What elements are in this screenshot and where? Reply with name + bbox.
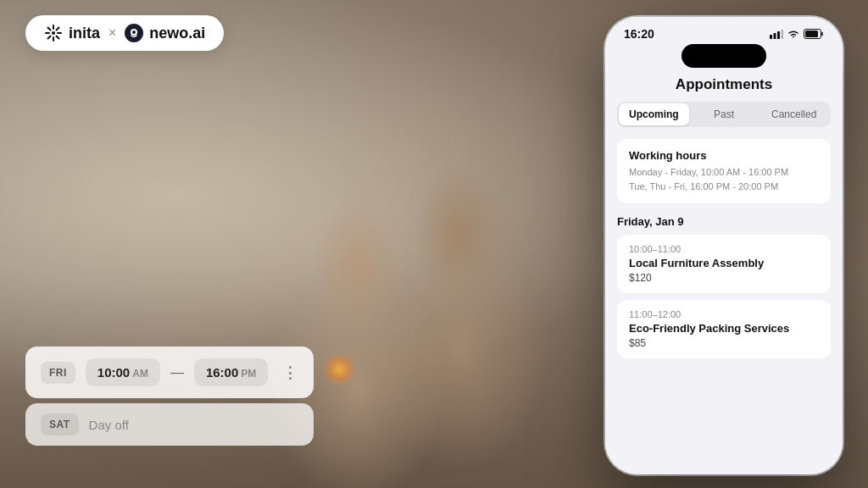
wifi-icon [787,30,799,39]
signal-icon [770,30,783,39]
brand2-label: newo.ai [149,25,205,42]
appointments-title: Appointments [605,73,843,102]
scheduler-row-fri: FRI 10:00AM — 16:00PM ⋮ [25,347,314,398]
phone-status-bar: 16:20 [605,17,843,44]
date-header-fri: Friday, Jan 9 [605,212,843,235]
svg-rect-11 [770,35,772,39]
working-hours-line1: Monday - Friday, 10:00 AM - 16:00 PM [629,165,819,180]
newo-icon [125,24,143,42]
time-separator: — [170,365,184,380]
svg-line-5 [48,28,51,30]
day-badge-sat: SAT [41,413,79,435]
svg-rect-13 [777,31,780,39]
candle-glow [322,352,356,386]
appt-time-1: 10:00–11:00 [629,244,819,254]
phone-status-icons [770,29,824,39]
tab-past[interactable]: Past [689,103,760,125]
svg-rect-14 [782,30,784,39]
logo-separator: × [108,25,116,41]
appointment-card-2[interactable]: 11:00–12:00 Eco-Friendly Packing Service… [617,300,831,358]
scheduler-row-sat: SAT Day off [25,403,314,446]
phone-time: 16:20 [624,27,654,41]
tab-upcoming[interactable]: Upcoming [619,103,689,125]
dynamic-island [682,44,766,68]
working-hours-line2: Tue, Thu - Fri, 16:00 PM - 20:00 PM [629,180,819,194]
appt-name-2: Eco-Friendly Packing Services [629,322,819,335]
svg-line-8 [48,36,51,39]
working-hours-card: Working hours Monday - Friday, 10:00 AM … [617,139,831,203]
scheduler-widget: FRI 10:00AM — 16:00PM ⋮ SAT Day off [25,347,314,446]
svg-line-7 [57,28,59,30]
svg-rect-16 [805,30,818,37]
phone-content: Appointments Upcoming Past Cancelled Wor… [605,73,843,474]
appt-price-1: $120 [629,272,819,284]
tab-cancelled[interactable]: Cancelled [759,103,829,125]
more-options-button[interactable]: ⋮ [282,363,298,382]
day-badge-fri: FRI [41,362,75,384]
brand1-label: inita [69,25,100,42]
appointment-card-1[interactable]: 10:00–11:00 Local Furniture Assembly $12… [617,235,831,293]
svg-point-0 [52,31,55,35]
appt-price-2: $85 [629,337,819,349]
phone-mockup: 16:20 Appointments U [605,17,843,474]
svg-point-10 [132,30,136,34]
appt-name-1: Local Furniture Assembly [629,257,819,269]
brand1-logo: inita [44,24,100,42]
end-time-badge: 16:00PM [194,358,268,386]
start-time-badge: 10:00AM [86,358,160,386]
appt-time-2: 11:00–12:00 [629,309,819,319]
svg-line-6 [57,36,59,39]
logo-pill: inita × newo.ai [25,15,224,51]
svg-rect-12 [774,33,776,39]
day-off-label: Day off [89,418,129,432]
battery-icon [804,29,824,39]
working-hours-title: Working hours [629,149,819,162]
appointments-tabs[interactable]: Upcoming Past Cancelled [617,102,831,127]
inita-icon [44,24,63,42]
brand2-logo: newo.ai [125,24,205,42]
